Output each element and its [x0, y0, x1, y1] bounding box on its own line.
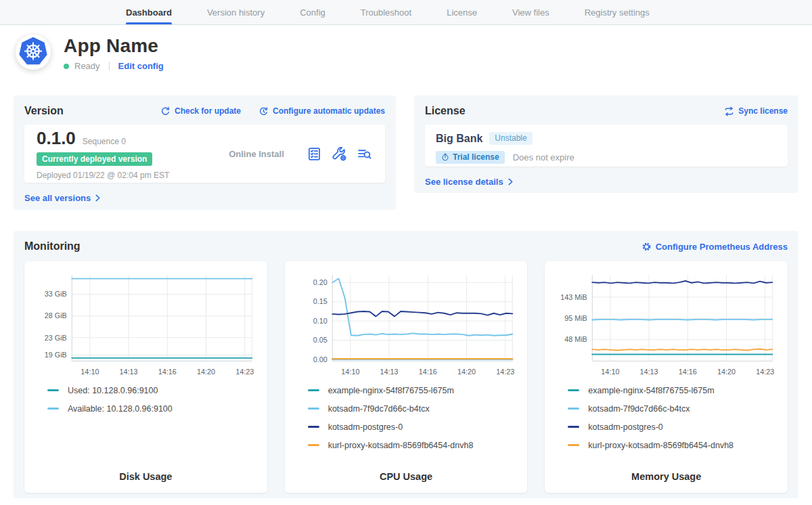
chart-legend: example-nginx-54f8f76755-l675mkotsadm-7f… — [293, 386, 520, 459]
charts-row: 14:1014:1314:1614:2014:2333 GiB28 GiB23 … — [24, 261, 788, 493]
sync-license-label: Sync license — [738, 106, 788, 116]
configure-prometheus-link[interactable]: Configure Prometheus Address — [641, 242, 788, 252]
legend-label: example-nginx-54f8f76755-l675m — [588, 386, 714, 395]
svg-text:14:20: 14:20 — [717, 368, 736, 376]
legend-swatch — [308, 426, 319, 428]
nav-tabs: Dashboard Version history Config Trouble… — [0, 0, 812, 24]
app-header: App Name Ready Edit config — [15, 34, 164, 71]
tab-troubleshoot[interactable]: Troubleshoot — [361, 0, 411, 24]
svg-text:33 GiB: 33 GiB — [45, 290, 67, 298]
svg-text:28 GiB: 28 GiB — [45, 311, 67, 320]
configure-auto-updates-link[interactable]: Configure automatic updates — [258, 106, 385, 116]
svg-text:95 MiB: 95 MiB — [565, 314, 588, 322]
legend-label: kurl-proxy-kotsadm-8569fb6454-dnvh8 — [588, 441, 734, 450]
kots-admin-dashboard: Dashboard Version history Config Trouble… — [0, 0, 812, 505]
see-all-versions-link[interactable]: See all versions — [24, 193, 101, 203]
preflight-checks-icon[interactable] — [307, 147, 321, 161]
svg-text:14:10: 14:10 — [81, 368, 99, 376]
license-expiration: Does not expire — [513, 152, 574, 162]
sync-arrows-icon — [724, 106, 734, 116]
tab-config[interactable]: Config — [300, 0, 325, 24]
tab-view-files[interactable]: View files — [512, 0, 549, 24]
legend-label: Used: 10.128.0.96:9100 — [68, 386, 158, 395]
svg-text:0.05: 0.05 — [313, 336, 327, 344]
svg-text:14:13: 14:13 — [120, 368, 138, 376]
page-title: App Name — [64, 35, 164, 57]
legend-label: kotsadm-postgres-0 — [328, 422, 403, 432]
check-for-update-link[interactable]: Check for update — [160, 106, 241, 116]
svg-text:0.20: 0.20 — [313, 278, 327, 286]
svg-text:14:16: 14:16 — [158, 368, 177, 376]
chart-title: Memory Usage — [553, 466, 780, 493]
deploy-logs-icon[interactable] — [357, 147, 371, 161]
chart-legend: Used: 10.128.0.96:9100Available: 10.128.… — [32, 386, 259, 422]
legend-item: kotsadm-postgres-0 — [308, 422, 520, 432]
svg-text:14:20: 14:20 — [197, 368, 215, 376]
chevron-right-icon — [508, 178, 514, 185]
see-license-details-link[interactable]: See license details — [425, 177, 514, 187]
stopwatch-icon — [441, 153, 449, 161]
memory-usage-chart: 14:1014:1314:1614:2014:23143 MiB95 MiB48… — [553, 269, 780, 379]
license-type-label: Trial license — [453, 152, 499, 162]
svg-text:0.10: 0.10 — [313, 317, 327, 325]
legend-label: kotsadm-7f9dc7d66c-b4tcx — [588, 404, 690, 414]
refresh-icon — [160, 106, 171, 116]
legend-swatch — [568, 426, 579, 428]
legend-item: kurl-proxy-kotsadm-8569fb6454-dnvh8 — [568, 441, 780, 450]
legend-swatch — [308, 389, 319, 391]
svg-text:14:10: 14:10 — [341, 368, 359, 376]
status-dot — [64, 64, 69, 69]
kubernetes-logo-icon — [15, 34, 51, 70]
svg-text:14:20: 14:20 — [457, 368, 476, 376]
chart-title: Disk Usage — [32, 466, 259, 493]
license-card: Big Bank Unstable Trial license Does not… — [425, 125, 788, 167]
configure-prometheus-label: Configure Prometheus Address — [656, 242, 788, 252]
tab-license[interactable]: License — [447, 0, 477, 24]
svg-text:14:23: 14:23 — [496, 368, 514, 376]
customer-name: Big Bank — [436, 133, 482, 145]
legend-swatch — [568, 389, 579, 391]
tab-registry-settings[interactable]: Registry settings — [585, 0, 650, 24]
legend-item: Available: 10.128.0.96:9100 — [47, 404, 259, 414]
svg-text:14:16: 14:16 — [679, 368, 697, 376]
version-number: 0.1.0 — [37, 128, 76, 149]
license-panel-title: License — [425, 105, 466, 117]
disk-usage-chart-card: 14:1014:1314:1614:2014:2333 GiB28 GiB23 … — [24, 261, 267, 493]
install-type-label: Online Install — [229, 149, 284, 159]
sync-license-link[interactable]: Sync license — [724, 106, 788, 116]
memory-usage-chart-card: 14:1014:1314:1614:2014:23143 MiB95 MiB48… — [545, 261, 788, 493]
legend-item: kurl-proxy-kotsadm-8569fb6454-dnvh8 — [308, 441, 520, 450]
legend-item: example-nginx-54f8f76755-l675m — [308, 386, 520, 395]
legend-label: kurl-proxy-kotsadm-8569fb6454-dnvh8 — [328, 441, 474, 450]
monitoring-panel-title: Monitoring — [24, 240, 81, 252]
top-nav: Dashboard Version history Config Trouble… — [0, 0, 812, 25]
sequence-label: Sequence 0 — [83, 137, 126, 146]
legend-item: example-nginx-54f8f76755-l675m — [568, 386, 780, 395]
cpu-usage-chart-card: 14:1014:1314:1614:2014:230.200.150.100.0… — [285, 261, 528, 493]
legend-item: kotsadm-7f9dc7d66c-b4tcx — [568, 404, 780, 414]
config-wrench-icon[interactable] — [332, 147, 346, 161]
svg-text:14:16: 14:16 — [418, 368, 436, 376]
legend-item: kotsadm-7f9dc7d66c-b4tcx — [308, 404, 520, 414]
svg-text:14:13: 14:13 — [380, 368, 398, 376]
chart-title: CPU Usage — [293, 466, 520, 493]
legend-swatch — [47, 389, 59, 391]
version-panel: Version Check for update — [14, 95, 396, 210]
current-version-card: 0.1.0 Sequence 0 Currently deployed vers… — [24, 125, 385, 183]
version-panel-title: Version — [24, 105, 64, 117]
legend-label: example-nginx-54f8f76755-l675m — [328, 386, 454, 395]
svg-text:143 MiB: 143 MiB — [561, 293, 588, 301]
svg-text:23 GiB: 23 GiB — [45, 334, 67, 342]
channel-badge: Unstable — [489, 132, 532, 145]
legend-label: Available: 10.128.0.96:9100 — [68, 404, 173, 414]
edit-config-link[interactable]: Edit config — [118, 61, 164, 71]
legend-label: kotsadm-7f9dc7d66c-b4tcx — [328, 404, 430, 414]
status-badge: Ready — [74, 61, 100, 71]
monitoring-panel: Monitoring Configure Prometheus Address … — [14, 231, 798, 498]
license-type-badge: Trial license — [436, 151, 505, 164]
tab-version-history[interactable]: Version history — [207, 0, 265, 24]
license-panel: License Sync license Big Bank Unstable — [414, 95, 798, 193]
tab-dashboard[interactable]: Dashboard — [126, 0, 172, 24]
legend-item: kotsadm-postgres-0 — [568, 422, 780, 432]
disk-usage-chart: 14:1014:1314:1614:2014:2333 GiB28 GiB23 … — [32, 269, 259, 379]
